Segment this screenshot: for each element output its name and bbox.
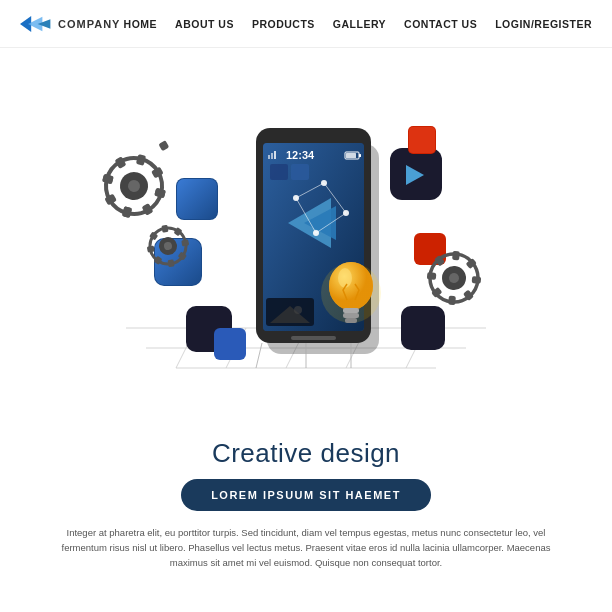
logo-icon [20,14,52,34]
isometric-illustration: 12:34 [46,58,566,448]
main-nav: HOME ABOUT US PRODUCTS GALLERY CONTACT U… [124,18,592,30]
svg-point-90 [338,268,352,288]
svg-rect-48 [401,306,445,350]
svg-rect-17 [359,154,361,157]
cta-button[interactable]: LOREM IPSUUM SIT HAEMET [181,479,431,511]
nav-products[interactable]: PRODUCTS [252,18,315,30]
svg-rect-85 [427,272,437,280]
description-text: Integer at pharetra elit, eu porttitor t… [56,525,556,571]
logo-text: COMPANY [58,18,120,30]
nav-contact[interactable]: CONTACT US [404,18,477,30]
nav-home[interactable]: HOME [124,18,158,30]
illustration-area: 12:34 [46,58,566,448]
svg-rect-61 [122,206,132,218]
svg-text:12:34: 12:34 [286,149,315,161]
svg-rect-81 [472,276,482,284]
svg-line-96 [256,343,262,368]
svg-rect-53 [136,154,146,166]
svg-rect-79 [452,251,460,261]
svg-rect-57 [158,140,169,151]
svg-rect-18 [346,153,356,158]
nav-login[interactable]: LOGIN/REGISTER [495,18,592,30]
svg-rect-83 [448,296,456,306]
svg-rect-32 [270,164,288,180]
svg-rect-91 [343,308,359,313]
svg-rect-43 [177,179,217,219]
nav-gallery[interactable]: GALLERY [333,18,386,30]
svg-rect-93 [345,318,357,323]
svg-rect-72 [167,259,174,267]
svg-rect-68 [161,225,168,233]
svg-rect-19 [268,155,270,159]
svg-rect-63 [102,174,114,184]
svg-rect-41 [409,127,435,153]
site-header: COMPANY HOME ABOUT US PRODUCTS GALLERY C… [0,0,612,48]
svg-rect-74 [147,245,155,252]
logo-area: COMPANY [20,14,120,34]
svg-point-36 [294,306,302,314]
svg-rect-33 [291,164,309,180]
svg-rect-21 [274,151,276,159]
nav-about[interactable]: ABOUT US [175,18,234,30]
svg-rect-92 [343,313,359,318]
main-content: 12:34 [0,48,612,571]
svg-rect-47 [214,328,246,360]
svg-rect-20 [271,153,273,159]
svg-rect-59 [154,188,166,198]
text-section: Creative design LOREM IPSUUM SIT HAEMET … [56,438,556,571]
svg-rect-37 [291,336,336,340]
svg-rect-70 [181,239,189,246]
svg-point-89 [329,262,373,310]
